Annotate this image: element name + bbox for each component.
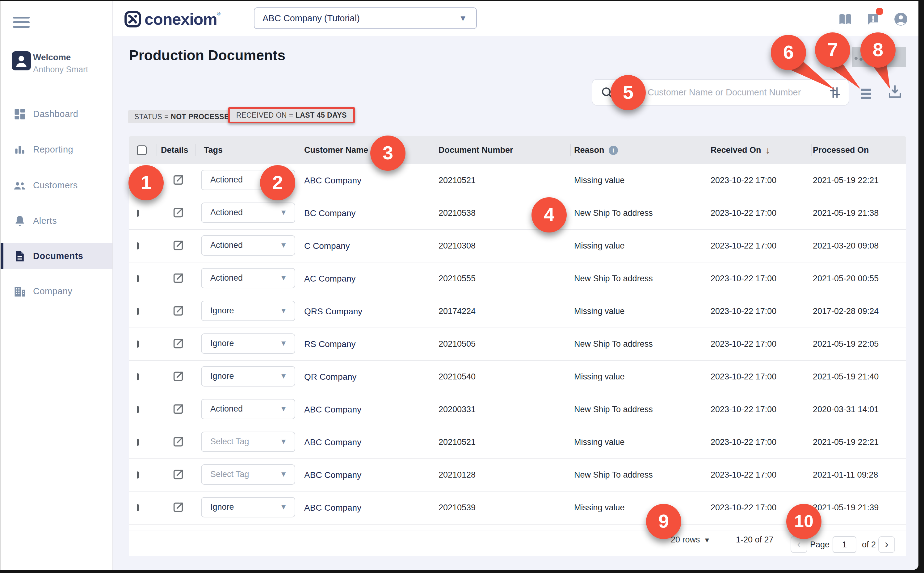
row-checkbox[interactable] [137, 504, 139, 511]
dashboard-icon [13, 108, 27, 121]
row-checkbox[interactable] [137, 210, 139, 217]
chevron-down-icon: ▼ [280, 470, 287, 479]
tag-dropdown[interactable]: Actioned▼ [201, 399, 295, 419]
open-document-icon[interactable] [172, 435, 184, 448]
processed-on: 2021-03-20 09:08 [811, 241, 906, 251]
row-checkbox[interactable] [137, 373, 139, 380]
header-tags: Tags [195, 136, 302, 164]
table-row: Actioned▼ AC Company 20210555 New Ship T… [129, 262, 906, 295]
table-row: Actioned▼ C Company 20210308 Missing val… [129, 230, 906, 262]
previous-page-button[interactable]: ‹ [791, 536, 807, 553]
tag-dropdown[interactable]: Ignore▼ [201, 366, 295, 387]
customer-name-link[interactable]: ABC Company [302, 503, 436, 513]
filter-tune-icon[interactable] [828, 86, 842, 99]
table-row: Actioned▼ ABC Company 20200331 New Ship … [129, 393, 906, 426]
search-icon [601, 86, 614, 99]
tag-dropdown[interactable]: Actioned▼ [201, 170, 295, 190]
document-number: 20174224 [436, 307, 570, 316]
received-on: 2023-10-22 17:00 [708, 339, 811, 349]
chevron-down-icon: ▼ [280, 503, 287, 511]
customer-name-link[interactable]: ABC Company [302, 470, 436, 480]
sort-desc-icon: ↓ [766, 145, 770, 156]
customer-name-link[interactable]: QRS Company [302, 307, 436, 316]
tag-dropdown[interactable]: Actioned▼ [201, 235, 295, 256]
chevron-down-icon: ▼ [280, 339, 287, 348]
reason: New Ship To address [570, 208, 708, 218]
open-document-icon[interactable] [172, 501, 184, 514]
tag-dropdown[interactable]: Ignore▼ [201, 497, 295, 517]
open-document-icon[interactable] [172, 272, 184, 284]
document-number: 20200331 [436, 405, 570, 414]
sidebar-menu-icon[interactable] [13, 17, 30, 28]
sidebar-item-company[interactable]: Company [1, 279, 113, 304]
company-selector[interactable]: ABC Company (Tutorial) ▼ [254, 8, 477, 29]
customer-name-link[interactable]: ABC Company [302, 176, 436, 186]
sidebar-item-documents[interactable]: Documents [1, 243, 113, 269]
bell-icon [13, 214, 27, 228]
download-icon[interactable] [886, 83, 904, 101]
total-pages-label: of 2 [862, 540, 876, 550]
document-number: 20210505 [436, 339, 570, 349]
page-number-input[interactable] [833, 536, 857, 553]
header-reason[interactable]: Reasoni [570, 136, 708, 164]
feedback-icon[interactable] [865, 11, 881, 27]
open-document-icon[interactable] [172, 468, 184, 481]
tag-dropdown[interactable]: Select Tag▼ [201, 464, 295, 485]
open-document-icon[interactable] [172, 370, 184, 382]
reason: Missing value [570, 176, 708, 185]
header-processed-on[interactable]: Processed On [811, 136, 906, 164]
search-input[interactable] [648, 80, 802, 104]
processed-on: 2021-05-19 21:38 [811, 208, 906, 218]
documentation-book-icon[interactable] [838, 11, 853, 27]
customer-name-link[interactable]: ABC Company [302, 437, 436, 447]
processed-on: 2021-05-20 00:55 [811, 274, 906, 283]
toolbar-button-partially-hidden[interactable] [852, 47, 906, 67]
filter-chip-received[interactable]: RECEIVED ON = LAST 45 DAYS [230, 109, 353, 122]
open-document-icon[interactable] [172, 239, 184, 252]
sidebar-item-dashboard[interactable]: Dashboard [1, 101, 113, 127]
chevron-down-icon: ▼ [280, 437, 287, 446]
received-on: 2023-10-22 17:00 [708, 437, 811, 447]
customer-name-link[interactable]: AC Company [302, 274, 436, 284]
account-icon[interactable] [893, 11, 908, 27]
tag-dropdown[interactable]: Actioned▼ [201, 202, 295, 223]
customer-name-link[interactable]: BC Company [302, 208, 436, 218]
tag-dropdown[interactable]: Select Tag▼ [201, 432, 295, 452]
row-checkbox[interactable] [137, 308, 139, 315]
open-document-icon[interactable] [172, 337, 184, 350]
row-checkbox[interactable] [137, 243, 139, 249]
open-document-icon[interactable] [172, 174, 184, 186]
table-footer: 20 rows▼ 1-20 of 27 ‹ Page of 2 › [129, 524, 906, 556]
header-received-on[interactable]: Received On↓ [708, 136, 811, 164]
search-bar [592, 79, 849, 106]
open-document-icon[interactable] [172, 305, 184, 317]
customer-name-link[interactable]: RS Company [302, 339, 436, 349]
tag-dropdown[interactable]: Actioned▼ [201, 268, 295, 288]
open-document-icon[interactable] [172, 403, 184, 415]
chevron-down-icon: ▼ [280, 241, 287, 249]
column-settings-icon[interactable] [861, 89, 871, 99]
customer-name-link[interactable]: C Company [302, 241, 436, 251]
pagination-range: 1-20 of 27 [736, 535, 774, 545]
row-checkbox[interactable] [137, 406, 139, 413]
row-checkbox[interactable] [137, 341, 139, 348]
next-page-button[interactable]: › [878, 536, 895, 553]
rows-per-page-select[interactable]: 20 rows▼ [671, 535, 710, 545]
info-icon[interactable]: i [609, 146, 618, 155]
header-document-number[interactable]: Document Number [436, 136, 570, 164]
filter-chip-status[interactable]: STATUS = NOT PROCESSED [128, 110, 241, 123]
sidebar-item-customers[interactable]: Customers [1, 172, 113, 199]
header-customer-name[interactable]: Customer Name [302, 136, 436, 164]
sidebar-item-reporting[interactable]: Reporting [1, 137, 113, 163]
row-checkbox[interactable] [137, 439, 139, 446]
select-all-checkbox[interactable] [137, 146, 147, 155]
row-checkbox[interactable] [137, 177, 139, 184]
tag-dropdown[interactable]: Ignore▼ [201, 333, 295, 354]
row-checkbox[interactable] [137, 471, 139, 479]
tag-dropdown[interactable]: Ignore▼ [201, 301, 295, 321]
customer-name-link[interactable]: QR Company [302, 372, 436, 382]
open-document-icon[interactable] [172, 207, 184, 219]
sidebar-item-alerts[interactable]: Alerts [1, 208, 113, 234]
customer-name-link[interactable]: ABC Company [302, 405, 436, 415]
row-checkbox[interactable] [137, 275, 139, 282]
